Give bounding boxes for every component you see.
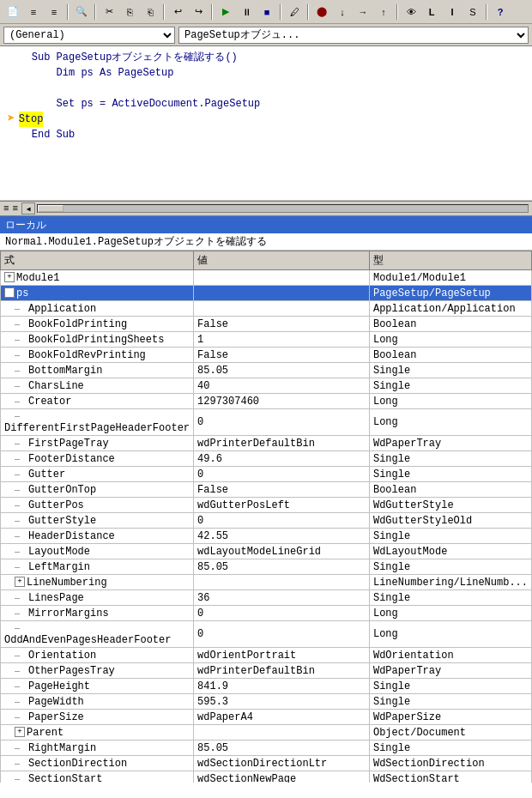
arrow-indicator: ➤: [7, 112, 15, 127]
table-row[interactable]: —GutterOnTopFalseBoolean: [1, 482, 532, 498]
row-type-cell: WdSectionDirection: [369, 756, 531, 771]
expand-icon[interactable]: +: [4, 287, 15, 298]
stop-btn[interactable]: ■: [257, 3, 276, 21]
immediate-btn[interactable]: I: [443, 3, 462, 21]
table-row[interactable]: —ApplicationApplication/Application: [1, 301, 532, 317]
table-row[interactable]: —OtherPagesTraywdPrinterDefaultBinWdPape…: [1, 663, 532, 679]
redo-btn[interactable]: ↪: [189, 3, 208, 21]
variables-panel[interactable]: 式 値 型 +Module1Module1/Module1+psPageSetu…: [0, 251, 532, 783]
row-name: PageHeight: [28, 680, 90, 692]
cut-btn[interactable]: ✂: [100, 3, 118, 21]
table-row[interactable]: —BookFoldPrintingFalseBoolean: [1, 317, 532, 332]
row-value-cell: 0: [194, 513, 370, 529]
scroll-left-btn[interactable]: ◀: [21, 203, 35, 215]
watch-btn[interactable]: 👁: [402, 3, 420, 21]
table-row[interactable]: —FooterDistance49.6Single: [1, 451, 532, 467]
table-row[interactable]: +LineNumberingLineNumbering/LineNumb...: [1, 575, 532, 590]
table-row[interactable]: —PageWidth595.3Single: [1, 694, 532, 710]
row-type-cell: WdGutterStyle: [369, 498, 531, 513]
copy-btn[interactable]: ⎘: [120, 3, 139, 21]
table-row[interactable]: —RightMargin85.05Single: [1, 741, 532, 756]
row-name: RightMargin: [28, 742, 96, 754]
separator8: [486, 4, 487, 20]
table-row[interactable]: +ParentObject/Document: [1, 725, 532, 741]
row-name-cell: —DifferentFirstPageHeaderFooter: [1, 409, 194, 436]
row-name-cell: —Gutter: [1, 467, 194, 482]
table-row[interactable]: —LeftMargin85.05Single: [1, 559, 532, 575]
table-row[interactable]: +psPageSetup/PageSetup: [1, 286, 532, 301]
table-row[interactable]: —DifferentFirstPageHeaderFooter0Long: [1, 409, 532, 436]
code-editor[interactable]: Sub PageSetupオブジェクトを確認する() Dim ps As Pag…: [0, 46, 532, 201]
table-row[interactable]: —SectionStartwdSectionNewPageWdSectionSt…: [1, 771, 532, 783]
row-type-cell: WdPaperTray: [369, 663, 531, 679]
row-name-cell: —BookFoldRevPrinting: [1, 348, 194, 363]
row-type-cell: Single: [369, 529, 531, 544]
row-value-cell: False: [194, 317, 370, 332]
expand-icon[interactable]: +: [4, 272, 15, 282]
stepover-btn[interactable]: →: [354, 3, 372, 21]
procedure-dropdown[interactable]: PageSetupオブジュ...: [178, 27, 529, 44]
table-row[interactable]: —OddAndEvenPagesHeaderFooter0Long: [1, 621, 532, 648]
table-row[interactable]: —GutterStyle0WdGutterStyleOld: [1, 513, 532, 529]
stepinto-btn[interactable]: ↓: [333, 3, 352, 21]
breakpoint-btn[interactable]: ⬤: [312, 3, 331, 21]
undo-btn[interactable]: ↩: [168, 3, 187, 21]
row-name: BookFoldPrintingSheets: [28, 334, 164, 346]
run-btn[interactable]: ▶: [216, 3, 235, 21]
code-line-6: End Sub: [7, 127, 525, 142]
row-type-cell: Long: [369, 621, 531, 648]
table-row[interactable]: —OrientationwdOrientPortraitWdOrientatio…: [1, 648, 532, 663]
row-name: Module1: [16, 272, 59, 284]
row-value-cell: 0: [194, 621, 370, 648]
table-row[interactable]: —Creator1297307460Long: [1, 394, 532, 409]
table-row[interactable]: +Module1Module1/Module1: [1, 270, 532, 286]
help-btn[interactable]: ?: [491, 3, 510, 21]
row-name: LinesPage: [28, 592, 84, 604]
table-row[interactable]: —MirrorMargins0Long: [1, 606, 532, 621]
callstack-btn[interactable]: S: [463, 3, 482, 21]
scroll-thumb[interactable]: [38, 205, 63, 212]
table-row[interactable]: —BottomMargin85.05Single: [1, 363, 532, 378]
locals-btn[interactable]: L: [422, 3, 441, 21]
pause-btn[interactable]: ⏸: [237, 3, 256, 21]
table-row[interactable]: —LayoutModewdLayoutModeLineGridWdLayoutM…: [1, 544, 532, 559]
table-row[interactable]: —LinesPage36Single: [1, 590, 532, 606]
table-row[interactable]: —GutterPoswdGutterPosLeftWdGutterStyle: [1, 498, 532, 513]
row-name: PaperSize: [28, 711, 84, 723]
find-btn[interactable]: 🔍: [72, 3, 91, 21]
table-row[interactable]: —FirstPageTraywdPrinterDefaultBinWdPaper…: [1, 436, 532, 451]
code-scrollbar[interactable]: ≡ ≡ ◀: [0, 201, 532, 216]
outdent-btn[interactable]: ≡: [45, 3, 63, 21]
table-row[interactable]: —BookFoldRevPrintingFalseBoolean: [1, 348, 532, 363]
code-line-1: Sub PageSetupオブジェクトを確認する(): [7, 50, 525, 65]
table-row[interactable]: —PaperSizewdPaperA4WdPaperSize: [1, 710, 532, 725]
paste-btn[interactable]: ⎗: [141, 3, 160, 21]
table-row[interactable]: —CharsLine40Single: [1, 378, 532, 394]
stepout-btn[interactable]: ↑: [374, 3, 393, 21]
scroll-track[interactable]: [37, 204, 529, 213]
general-dropdown[interactable]: (General): [3, 27, 175, 44]
view-object-btn[interactable]: 📄: [3, 3, 22, 21]
table-row[interactable]: —Gutter0Single: [1, 467, 532, 482]
row-value-cell: 49.6: [194, 451, 370, 467]
table-row[interactable]: —BookFoldPrintingSheets1Long: [1, 332, 532, 348]
expand-icon[interactable]: +: [15, 727, 25, 737]
row-name-cell: —OtherPagesTray: [1, 663, 194, 679]
code-text: [7, 81, 13, 96]
indent-btn[interactable]: ≡: [24, 3, 43, 21]
row-name-cell: +ps: [1, 286, 194, 301]
table-row[interactable]: —PageHeight841.9Single: [1, 679, 532, 694]
row-value-cell: [194, 725, 370, 741]
row-name: GutterStyle: [28, 515, 96, 527]
table-row[interactable]: —SectionDirectionwdSectionDirectionLtrWd…: [1, 756, 532, 771]
local-panel-header: ローカル: [0, 216, 532, 233]
design-btn[interactable]: 🖊: [285, 3, 304, 21]
row-type-cell: Boolean: [369, 482, 531, 498]
row-name: LeftMargin: [28, 561, 90, 573]
row-value-cell: wdPaperA4: [194, 710, 370, 725]
row-name-cell: +LineNumbering: [1, 575, 194, 590]
expand-icon[interactable]: +: [15, 577, 25, 587]
table-row[interactable]: —HeaderDistance42.55Single: [1, 529, 532, 544]
row-value-cell: [194, 270, 370, 286]
row-value-cell: 40: [194, 378, 370, 394]
